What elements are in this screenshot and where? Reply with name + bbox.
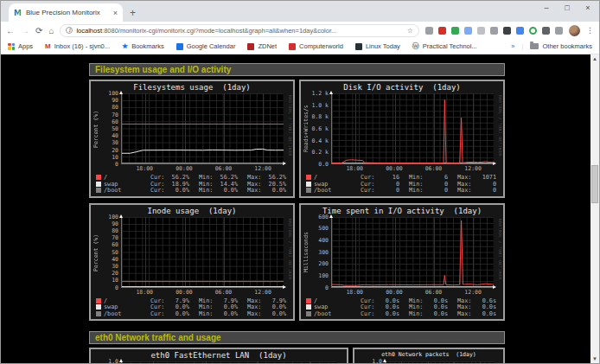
chart-panel[interactable]: eth0 Network packets (1day)1.00.90.80.70… (353, 348, 505, 363)
new-tab-button[interactable]: + (130, 7, 136, 19)
chart-panel[interactable]: Inode usage (1day)Percent (%)10090807060… (89, 203, 295, 322)
url-text[interactable]: localhost:8080/monitorix-cgi/monitorix.c… (76, 27, 403, 35)
y-axis-label: Percent (%) (93, 93, 100, 164)
legend-color-swatch (306, 188, 311, 193)
monitorix-page: Filesystem usage and I/O activityFilesys… (1, 54, 599, 363)
legend-min-value: Min: 0.0% (195, 310, 243, 317)
bookmark-label: Practical Technol... (423, 42, 477, 50)
browser-toolbar: ← → ⟳ ⌂ i localhost:8080/monitorix-cgi/m… (1, 22, 599, 39)
y-axis-ticks: 6005004003002001000 (310, 217, 331, 288)
x-axis-ticks: 18:0000:0006:0012:00 (121, 164, 284, 172)
reload-button[interactable]: ⟳ (35, 26, 42, 35)
tab-title: Blue Precision Monitorix (26, 9, 109, 16)
search-extension-icon[interactable] (425, 27, 433, 35)
legend-color-swatch (306, 311, 311, 316)
chart-title: eth0 FastEthernet LAN (1day) (93, 351, 345, 361)
legend-row: swapCur: 0Min: 0Max: 0 (303, 181, 501, 188)
scrollbar-down-icon[interactable]: ▼ (590, 354, 599, 363)
gmail-checker-extension-icon[interactable] (438, 27, 446, 35)
browser-tab[interactable]: M Blue Precision Monitorix × (9, 3, 123, 22)
star-icon: ★ (122, 43, 128, 50)
linux-today-icon (355, 43, 362, 50)
url-path: :8080/monitorix-cgi/monitorix.cgi?mode=l… (102, 27, 336, 35)
other-bookmarks-button[interactable]: Other bookmarks (530, 42, 592, 50)
window-minimize-button[interactable]: – (542, 3, 551, 12)
home-button[interactable]: ⌂ (48, 26, 54, 35)
bookmark-item[interactable]: Computerworld (289, 42, 343, 50)
extensions-puzzle-icon[interactable] (542, 27, 550, 35)
legend-row: /bootCur: 0.0%Min: 0.0%Max: 0.0% (93, 310, 291, 317)
scrollbar-thumb[interactable] (591, 165, 598, 203)
y-axis-label (356, 361, 364, 363)
tab-close-icon[interactable]: × (113, 9, 118, 17)
apps-grid-icon (8, 43, 15, 50)
bookmark-item[interactable]: Google Calendar (176, 42, 236, 50)
copy-tabs-extension-icon[interactable] (464, 27, 472, 35)
chart-row: eth0 FastEthernet LAN (1day)1.00.90.80.7… (89, 348, 505, 363)
chart-plot-area (121, 361, 337, 363)
tab-list-icon[interactable] (555, 27, 563, 35)
adblock-extension-icon[interactable] (490, 27, 498, 35)
legend-color-swatch (96, 298, 101, 303)
extensions-row (425, 27, 563, 35)
legend-series-name: /boot (314, 310, 331, 317)
notes-extension-icon[interactable] (477, 27, 485, 35)
browser-menu-icon[interactable]: ⋮ (586, 26, 594, 35)
gmail-icon: M (45, 43, 51, 50)
chart-panel[interactable]: Disk I/O activity (1day)Reads+Writes/s1.… (299, 80, 505, 198)
y-axis-label: Milliseconds (303, 217, 310, 288)
legend-color-swatch (96, 311, 101, 316)
bookmarks-list: AppsMInbox (16) - sjvn0...★BookmarksGoog… (8, 42, 477, 50)
legend-min-value: Min: 0.0% (195, 187, 243, 194)
forward-button[interactable]: → (21, 26, 29, 35)
x-axis-ticks: 18:0000:0006:0012:00 (331, 288, 494, 296)
series-line-/ (332, 99, 494, 163)
bookmarks-overflow-chevron[interactable]: » (511, 42, 514, 50)
rrdtool-watermark: RRDTOOL / TOBI OETIKER (498, 219, 502, 280)
legend-row: swapCur: 0.0sMin: 0.0sMax: 0.0s (303, 303, 501, 310)
chart-panel[interactable]: Filesystems usage (1day)Percent (%)10090… (89, 80, 295, 198)
page-scrollbar[interactable]: ▲ ▼ (590, 54, 599, 363)
scrollbar-up-icon[interactable]: ▲ (590, 54, 599, 63)
chart-plot-area (331, 93, 494, 164)
legend-max-value: Max: 0.0% (243, 187, 291, 194)
bookmark-item[interactable]: Apps (8, 42, 33, 50)
window-maximize-button[interactable]: □ (563, 3, 571, 12)
window-close-button[interactable]: × (584, 3, 592, 12)
bookmarks-bar: AppsMInbox (16) - sjvn0...★BookmarksGoog… (1, 39, 599, 54)
legend-series-name: /boot (104, 187, 121, 194)
bookmark-item[interactable]: MInbox (16) - sjvn0... (45, 42, 110, 50)
legend-color-swatch (96, 188, 101, 193)
legend-color-swatch (96, 175, 101, 180)
address-bar[interactable]: i localhost:8080/monitorix-cgi/monitorix… (60, 24, 419, 37)
rrdtool-watermark: RRDTOOL / TOBI OETIKER (288, 95, 292, 156)
legend-cur-value: Cur: 0 (356, 187, 405, 194)
chart-panel[interactable]: Time spent in I/O activity (1day)Millise… (299, 203, 505, 322)
page-info-icon[interactable]: i (66, 27, 73, 34)
chart-panel[interactable]: eth0 FastEthernet LAN (1day)1.00.90.80.7… (89, 348, 348, 363)
messenger-extension-icon[interactable] (516, 27, 524, 35)
rrdtool-watermark: RRDTOOL / TOBI OETIKER (288, 219, 292, 280)
legend-min-value: Min: 0 (405, 187, 453, 194)
bookmark-item[interactable]: ⓌPractical Technol... (412, 42, 477, 50)
status-extension-icon[interactable] (529, 27, 537, 35)
browser-window: M Blue Precision Monitorix × + – □ × ← →… (0, 0, 600, 364)
chart-row: Filesystems usage (1day)Percent (%)10090… (89, 80, 505, 198)
bookmark-label: Inbox (16) - sjvn0... (54, 42, 110, 50)
legend-cur-value: Cur: 0.0% (146, 310, 195, 317)
bookmark-item[interactable]: ZDNet (247, 42, 277, 50)
bookmark-item[interactable]: Linux Today (355, 42, 400, 50)
bookmark-label: Bookmarks (131, 42, 164, 50)
legend-row: /bootCur: 0.0%Min: 0.0%Max: 0.0% (93, 187, 291, 194)
bookmark-star-icon[interactable]: ☆ (407, 27, 413, 35)
back-button[interactable]: ← (6, 26, 15, 35)
session-globe-extension-icon[interactable] (451, 27, 459, 35)
profile-avatar[interactable] (569, 25, 580, 36)
chart-legend: /Cur: 56.2%Min: 56.2%Max: 56.2%swapCur: … (93, 174, 291, 194)
legend-series-name: /boot (314, 187, 331, 194)
y-axis-ticks: 1.00.90.80.70.60.50.40.30.20.10.0 (100, 361, 121, 363)
screenshot-extension-icon[interactable] (503, 27, 511, 35)
y-axis-label: Percent (%) (93, 217, 100, 288)
bookmark-item[interactable]: ★Bookmarks (122, 42, 164, 50)
calendar-icon (176, 43, 183, 50)
